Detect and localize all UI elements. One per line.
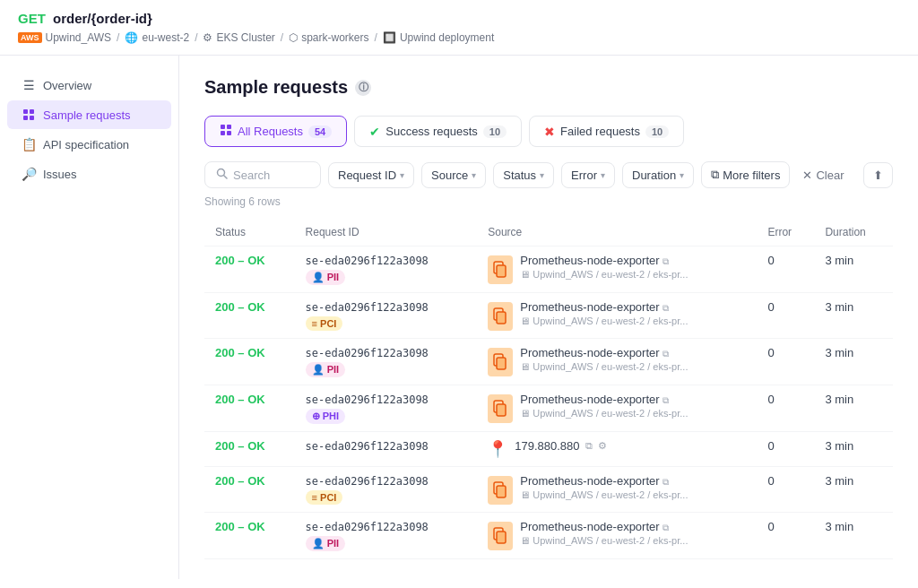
aws-mini-icon: 🖥 bbox=[520, 361, 530, 372]
copy-icon[interactable]: ⧉ bbox=[663, 523, 669, 532]
filters-row: Search Request ID ▾ Source ▾ Status ▾ Er… bbox=[204, 161, 893, 188]
search-input-container[interactable]: Search bbox=[204, 161, 321, 188]
svg-rect-6 bbox=[221, 131, 225, 135]
table-row[interactable]: 200 – OKse-eda0296f122a3098 📍 179.880.88… bbox=[204, 432, 893, 467]
chevron-down-icon: ▾ bbox=[540, 170, 544, 180]
clear-x-icon: ✕ bbox=[802, 169, 812, 182]
breadcrumb-item-region[interactable]: 🌐 eu-west-2 bbox=[125, 31, 189, 44]
status-badge: 200 – OK bbox=[215, 474, 265, 488]
duration-value: 3 min bbox=[825, 474, 853, 488]
title-info-icon[interactable]: ⓘ bbox=[355, 80, 371, 96]
copy-icon[interactable]: ⧉ bbox=[663, 395, 669, 405]
svg-rect-7 bbox=[227, 131, 231, 135]
chevron-down-icon: ▾ bbox=[472, 170, 476, 180]
filter-request-id[interactable]: Request ID ▾ bbox=[328, 162, 414, 188]
table-row[interactable]: 200 – OKse-eda0296f122a3098👤 PII Prometh… bbox=[204, 339, 893, 385]
source-name: Prometheus-node-exporter ⧉ bbox=[520, 474, 688, 488]
main-content: Sample requests ⓘ All Requests 54 ✔ Succ… bbox=[179, 56, 918, 579]
breadcrumb-item-workers[interactable]: ⬡ spark-workers bbox=[289, 31, 368, 44]
svg-rect-17 bbox=[497, 404, 506, 416]
breadcrumb: AWS Upwind_AWS / 🌐 eu-west-2 / ⚙ EKS Clu… bbox=[18, 31, 900, 44]
sidebar-item-sample-requests[interactable]: Sample requests bbox=[7, 100, 171, 129]
table-row[interactable]: 200 – OKse-eda0296f122a3098≡ PCI Prometh… bbox=[204, 467, 893, 513]
copy-icon[interactable]: ⧉ bbox=[585, 440, 593, 452]
showing-rows-text: Showing 6 rows bbox=[204, 195, 893, 208]
error-value: 0 bbox=[767, 474, 774, 488]
sidebar-issues-label: Issues bbox=[43, 168, 77, 181]
status-badge: 200 – OK bbox=[215, 520, 265, 533]
request-id-value: se-eda0296f122a3098 bbox=[306, 475, 429, 488]
tab-success-count: 10 bbox=[483, 125, 507, 138]
table-row[interactable]: 200 – OKse-eda0296f122a3098≡ PCI Prometh… bbox=[204, 293, 893, 339]
aws-mini-icon: 🖥 bbox=[520, 535, 530, 546]
requests-table: Status Request ID Source Error Duration … bbox=[204, 219, 893, 559]
filter-duration[interactable]: Duration ▾ bbox=[622, 162, 694, 188]
settings-icon[interactable]: ⚙ bbox=[598, 440, 607, 452]
page-title-text: Sample requests bbox=[204, 77, 348, 98]
copy-icon[interactable]: ⧉ bbox=[663, 477, 669, 487]
source-name: Prometheus-node-exporter ⧉ bbox=[520, 300, 688, 314]
filter-source-label: Source bbox=[431, 169, 468, 182]
top-bar: GET order/{order-id} AWS Upwind_AWS / 🌐 … bbox=[0, 0, 918, 56]
svg-rect-3 bbox=[30, 116, 34, 120]
source-col: Prometheus-node-exporter ⧉ 🖥 Upwind_AWS … bbox=[488, 254, 746, 284]
tab-failed-requests[interactable]: ✖ Failed requests 10 bbox=[529, 116, 684, 147]
aws-icon: AWS bbox=[18, 32, 42, 43]
copy-icon[interactable]: ⧉ bbox=[663, 303, 669, 313]
sidebar-overview-label: Overview bbox=[43, 79, 91, 92]
source-breadcrumb: 🖥 Upwind_AWS / eu-west-2 / eks-pr... bbox=[520, 535, 688, 546]
svg-rect-21 bbox=[497, 532, 506, 543]
duration-value: 3 min bbox=[825, 254, 853, 267]
filter-error-label: Error bbox=[571, 169, 597, 182]
duration-value: 3 min bbox=[825, 393, 853, 406]
source-col: Prometheus-node-exporter ⧉ 🖥 Upwind_AWS … bbox=[488, 300, 746, 331]
location-icon: 📍 bbox=[488, 439, 507, 459]
page-title-row: Sample requests ⓘ bbox=[204, 77, 893, 98]
tab-all-requests[interactable]: All Requests 54 bbox=[204, 116, 347, 147]
table-row[interactable]: 200 – OKse-eda0296f122a3098⊕ PHI Prometh… bbox=[204, 385, 893, 432]
duration-value: 3 min bbox=[825, 439, 853, 453]
request-id-value: se-eda0296f122a3098 bbox=[306, 347, 429, 359]
deploy-icon: 🔲 bbox=[383, 31, 396, 44]
source-breadcrumb: 🖥 Upwind_AWS / eu-west-2 / eks-pr... bbox=[520, 269, 688, 280]
breadcrumb-deploy-label: Upwind deployment bbox=[400, 31, 494, 44]
tag-pii: 👤 PII bbox=[306, 362, 346, 377]
workers-icon: ⬡ bbox=[289, 31, 298, 44]
filter-icon: ⧉ bbox=[711, 168, 719, 182]
more-filters-label: More filters bbox=[723, 169, 780, 182]
tab-all-count: 54 bbox=[308, 125, 332, 138]
search-icon bbox=[216, 168, 228, 182]
breadcrumb-item-deployment[interactable]: 🔲 Upwind deployment bbox=[383, 31, 494, 44]
svg-rect-11 bbox=[497, 265, 506, 277]
copy-icon[interactable]: ⧉ bbox=[663, 256, 669, 266]
error-value: 0 bbox=[767, 346, 774, 359]
tab-success-label: Success requests bbox=[385, 125, 478, 138]
svg-line-9 bbox=[224, 176, 228, 179]
filter-status[interactable]: Status ▾ bbox=[493, 162, 554, 188]
error-value: 0 bbox=[767, 393, 774, 406]
filter-error[interactable]: Error ▾ bbox=[561, 162, 615, 188]
tab-failed-count: 10 bbox=[645, 125, 669, 138]
sidebar-sample-requests-label: Sample requests bbox=[43, 108, 131, 122]
request-id-value: se-eda0296f122a3098 bbox=[306, 521, 429, 533]
copy-icon[interactable]: ⧉ bbox=[663, 349, 669, 359]
more-filters-button[interactable]: ⧉ More filters bbox=[701, 161, 790, 188]
table-row[interactable]: 200 – OKse-eda0296f122a3098👤 PII Prometh… bbox=[204, 246, 893, 293]
source-icon bbox=[488, 255, 513, 284]
breadcrumb-item-aws[interactable]: AWS Upwind_AWS bbox=[18, 31, 111, 44]
tag-pii: 👤 PII bbox=[306, 270, 346, 285]
clear-filters-button[interactable]: ✕ Clear bbox=[797, 163, 849, 187]
sidebar-item-api-spec[interactable]: 📋 API specification bbox=[7, 130, 171, 159]
table-row[interactable]: 200 – OKse-eda0296f122a3098👤 PII Prometh… bbox=[204, 513, 893, 559]
sidebar-item-overview[interactable]: ☰ Overview bbox=[7, 71, 171, 99]
tab-success-requests[interactable]: ✔ Success requests 10 bbox=[354, 116, 522, 147]
duration-value: 3 min bbox=[825, 346, 853, 359]
export-button[interactable]: ⬆ bbox=[863, 162, 893, 188]
breadcrumb-item-eks[interactable]: ⚙ EKS Cluster bbox=[203, 31, 274, 44]
breadcrumb-region-label: eu-west-2 bbox=[142, 31, 189, 44]
filter-duration-label: Duration bbox=[632, 169, 676, 182]
svg-rect-19 bbox=[497, 486, 506, 497]
sidebar-item-issues[interactable]: 🔎 Issues bbox=[7, 160, 171, 188]
tag-pci: ≡ PCI bbox=[306, 490, 343, 505]
filter-source[interactable]: Source ▾ bbox=[421, 162, 486, 188]
